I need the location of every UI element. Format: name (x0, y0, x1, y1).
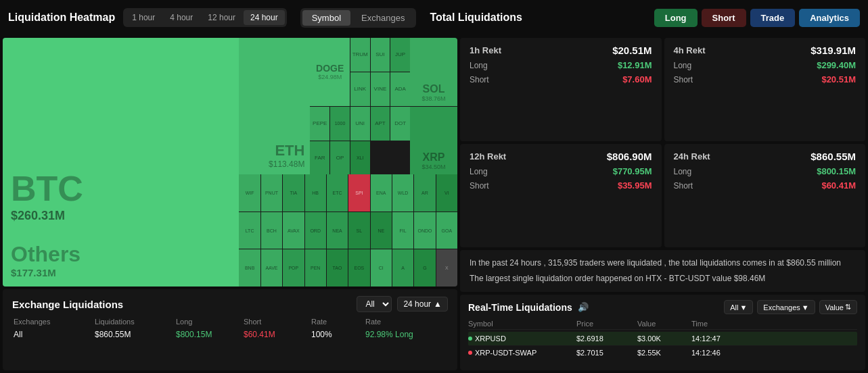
short-label-1h: Short (470, 75, 489, 84)
c-fil: FIL (392, 212, 413, 249)
stats-grid: 1h Rekt $20.51M Long $12.91M Short $7.60… (460, 38, 865, 247)
exchange-filter-select[interactable]: All (357, 296, 392, 312)
coin-link: LINK (350, 72, 370, 106)
cell-rate: 100% (311, 330, 365, 339)
value-filter-label: Value (825, 303, 844, 312)
c-etc: ETC (327, 174, 348, 212)
info-text-panel: In the past 24 hours , 315,935 traders w… (460, 250, 865, 292)
btc-block: BTC $260.31M Others $177.31M (3, 38, 239, 287)
value-filter-select[interactable]: Value ⇅ (819, 300, 857, 314)
stat-row-24h-long: Long $800.15M (674, 166, 856, 176)
others-label: Others (11, 242, 231, 267)
time-btn-24hour[interactable]: 24 hour (244, 10, 285, 25)
c-bch: BCH (261, 212, 282, 249)
realtime-table-header: Symbol Price Value Time (468, 318, 857, 330)
long-value-4h: $299.40M (817, 60, 856, 70)
col-rate2: Rate (365, 318, 433, 326)
coin-far: FAR (310, 141, 329, 175)
cell-exchange: All (14, 330, 95, 339)
info-line1: In the past 24 hours , 315,935 traders w… (470, 257, 856, 270)
heatmap-area: BTC $260.31M Others $177.31M ETH $113.4 (3, 38, 457, 287)
short-label-12h: Short (470, 181, 489, 191)
coin-apt: APT (371, 107, 390, 141)
sound-icon[interactable]: 🔊 (578, 302, 589, 312)
stat-row-1h-long: Long $12.91M (470, 60, 652, 70)
exchanges-filter-select[interactable]: Exchanges ▼ (757, 300, 815, 314)
coin-pepe: PEPE (310, 107, 329, 141)
info-line2: The largest single liquidation order hap… (470, 272, 856, 285)
long-dot-xrpusd (468, 337, 472, 341)
short-value-4h: $20.51M (821, 74, 856, 84)
stat-card-4h-header: 4h Rekt $319.91M (674, 45, 856, 56)
stat-value-1h: $20.51M (612, 45, 652, 56)
stat-label-1h: 1h Rekt (470, 45, 501, 55)
rt-symbol-label-xrpusd: XRPUSD (475, 334, 506, 343)
cell-short: $60.41M (244, 330, 311, 339)
doge-block: DOGE $24.98M (310, 38, 349, 106)
time-period-select[interactable]: 24 hour ▲ (397, 297, 448, 312)
all-filter-select[interactable]: All ▼ (724, 300, 753, 314)
short-label-4h: Short (674, 75, 693, 84)
stat-card-1h-header: 1h Rekt $20.51M (470, 45, 652, 56)
time-btn-1hour[interactable]: 1 hour (125, 10, 162, 25)
c-tao: TAO (327, 249, 348, 287)
c-ondo: ONDO (414, 212, 435, 249)
rt-col-value: Value (637, 320, 691, 328)
stat-row-12h-short: Short $35.95M (470, 180, 652, 191)
c-wif: WIF (239, 174, 260, 212)
analytics-button[interactable]: Analytics (799, 9, 860, 27)
cell-long: $800.15M (176, 330, 244, 339)
cell-rate2: 92.98% Long (365, 330, 433, 339)
time-btn-4hour[interactable]: 4 hour (163, 10, 200, 25)
btc-label: BTC (11, 171, 231, 206)
stat-value-24h: $860.55M (810, 151, 856, 162)
stat-row-4h-long: Long $299.40M (674, 60, 856, 70)
coin-jup: JUP (390, 38, 410, 72)
coin-trum: TRUM (350, 38, 370, 72)
long-button[interactable]: Long (654, 9, 698, 27)
short-dot-xrp-swap (468, 351, 472, 355)
main-content: BTC $260.31M Others $177.31M ETH $113.4 (0, 35, 868, 373)
coin-vine: VINE (371, 72, 390, 106)
c-ar: AR (414, 174, 435, 212)
chevron-down-icon-all: ▼ (739, 303, 747, 312)
c-pnut: PNUT (261, 174, 282, 212)
exchange-table-header: Exchanges Liquidations Long Short Rate R… (12, 318, 448, 326)
coin-uni: UNI (350, 107, 370, 141)
stat-row-1h-short: Short $7.60M (470, 74, 652, 84)
exchange-liquidations-panel: Exchange Liquidations All 24 hour ▲ Exch… (3, 289, 457, 370)
time-btn-12hour[interactable]: 12 hour (201, 10, 242, 25)
rt-row-xrpusd: XRPUSD $2.6918 $3.00K 14:12:47 (468, 332, 857, 346)
eth-label: ETH (275, 142, 304, 159)
c-goa: GOA (436, 212, 457, 249)
long-label-12h: Long (470, 167, 488, 176)
rt-symbol-xrpusd: XRPUSD (468, 334, 576, 343)
xrp-block: XRP $34.50M (410, 107, 457, 175)
view-toggle-group: Symbol Exchanges (300, 8, 417, 28)
c-g: G (414, 249, 435, 287)
c-aave: AAVE (261, 249, 282, 287)
coin-dot: DOT (390, 107, 410, 141)
symbol-view-btn[interactable]: Symbol (302, 10, 350, 26)
exchanges-filter-label: Exchanges (763, 303, 800, 312)
left-panel: BTC $260.31M Others $177.31M ETH $113.4 (0, 35, 460, 373)
long-value-12h: $770.95M (613, 166, 652, 176)
right-panel: 1h Rekt $20.51M Long $12.91M Short $7.60… (460, 35, 868, 373)
c-eos: EOS (348, 249, 369, 287)
trade-button[interactable]: Trade (750, 9, 796, 27)
c-ne: NE (371, 212, 392, 249)
c-tia: TIA (283, 174, 304, 212)
stat-value-4h: $319.91M (810, 45, 856, 56)
c-pen: PEN (305, 249, 326, 287)
all-filter-label: All (730, 303, 738, 312)
long-value-1h: $12.91M (618, 60, 652, 70)
c-bnb: BNB (239, 249, 260, 287)
short-button[interactable]: Short (702, 9, 746, 27)
coin-ada: ADA (390, 72, 410, 106)
c-ltc: LTC (239, 212, 260, 249)
action-buttons: Long Short Trade Analytics (654, 9, 860, 27)
exchanges-view-btn[interactable]: Exchanges (352, 10, 414, 26)
c-vi: VI (436, 174, 457, 212)
stat-card-24h-header: 24h Rekt $860.55M (674, 151, 856, 162)
rt-value-xrpusd: $3.00K (637, 334, 691, 343)
